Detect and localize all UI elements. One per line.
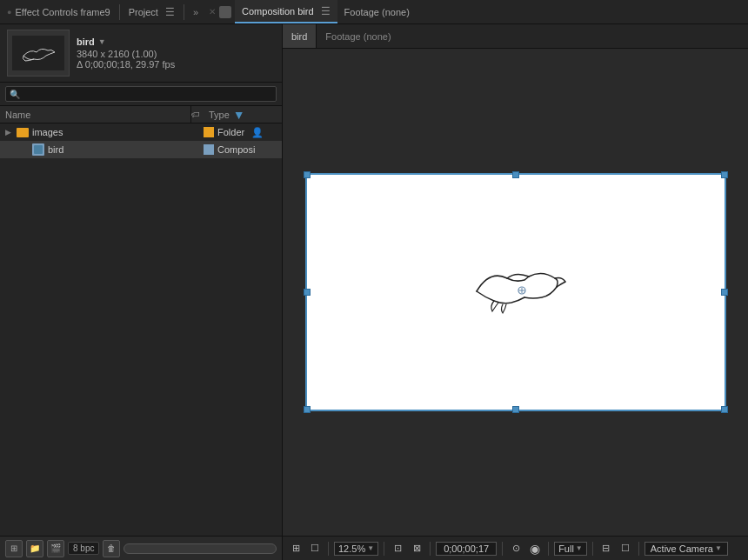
col-type-label: Type: [209, 110, 230, 120]
tab-expand[interactable]: »: [186, 0, 205, 23]
bird-thumbnail: [7, 30, 70, 77]
footage-none-label: Footage (none): [344, 7, 410, 17]
bird-info-text: bird ▼ 3840 x 2160 (1.00) Δ 0;00;00;18, …: [77, 37, 175, 70]
project-label: Project: [129, 7, 158, 17]
search-bar: 🔍: [0, 83, 282, 106]
folder-button[interactable]: 📁: [26, 540, 43, 557]
comp-icon: [32, 143, 44, 156]
snap-button[interactable]: ⊞: [288, 540, 304, 557]
comp-type-icon: [204, 144, 214, 155]
user-icon: 👤: [251, 127, 264, 138]
zoom-value: 12.5%: [338, 543, 365, 554]
file-type-label-images: Folder: [217, 127, 244, 137]
file-type-label-bird: Composi: [217, 144, 255, 155]
col-name: Name: [0, 106, 191, 123]
tab-composition-bird[interactable]: Composition bird ☰: [235, 0, 337, 23]
scroll-bar[interactable]: [124, 543, 277, 554]
footage-tab[interactable]: Footage (none): [317, 24, 399, 48]
project-menu-icon[interactable]: ☰: [165, 6, 175, 18]
comp-tab-label: bird: [291, 31, 307, 42]
close-dot: ✕: [209, 7, 216, 17]
zoom-select[interactable]: 12.5% ▼: [334, 542, 378, 556]
lock-icon: [219, 6, 231, 18]
active-camera-label: Active Camera: [651, 543, 713, 554]
left-panel: bird ▼ 3840 x 2160 (1.00) Δ 0;00;00;18, …: [0, 24, 283, 560]
effect-controls-label: Effect Controls frame9: [15, 7, 110, 17]
tab-project[interactable]: Project ☰: [122, 0, 182, 23]
footage-button[interactable]: 🎬: [47, 540, 64, 557]
zoom-dropdown-arrow: ▼: [367, 544, 374, 552]
bird-dimensions: 3840 x 2160 (1.00): [77, 49, 175, 59]
panel-dot: ●: [7, 8, 11, 17]
toolbar-sep-3: [430, 542, 431, 556]
top-bar: ● Effect Controls frame9 Project ☰ » ✕ C…: [0, 0, 748, 24]
comp-menu-icon[interactable]: ☰: [321, 5, 331, 17]
tab-effect-controls[interactable]: ● Effect Controls frame9: [0, 0, 117, 23]
timecode-display[interactable]: 0;00;00;17: [436, 542, 497, 556]
comp-tab-bird[interactable]: bird: [283, 24, 317, 48]
handle-bottom-mid[interactable]: [512, 406, 519, 413]
search-input[interactable]: [5, 86, 277, 102]
comp-view[interactable]: [283, 49, 748, 536]
color-button[interactable]: ◉: [527, 540, 543, 557]
monitor2-button[interactable]: ☐: [618, 540, 633, 557]
bird-dropdown-arrow[interactable]: ▼: [98, 37, 106, 46]
footage-tab-label: Footage (none): [325, 31, 391, 42]
toolbar-sep-6: [592, 542, 593, 556]
handle-mid-right[interactable]: [721, 289, 728, 296]
file-type-images: Folder 👤: [204, 127, 282, 138]
bird-sketch-container: [459, 252, 572, 332]
toolbar-sep-4: [502, 542, 503, 556]
folder-type-icon: [204, 127, 214, 137]
bird-thumb-svg: [15, 37, 63, 70]
bpc-label[interactable]: 8 bpc: [68, 542, 99, 555]
handle-top-mid[interactable]: [512, 171, 519, 178]
list-item[interactable]: ▶ bird Composi: [0, 141, 282, 158]
bird-name: bird ▼: [77, 37, 175, 47]
file-row-name-bird: ▶ bird: [5, 143, 204, 156]
sort-icon: ▼: [233, 108, 245, 122]
monitor-button[interactable]: ☐: [307, 540, 323, 557]
file-row-name-images: ▶ images: [5, 127, 204, 137]
list-item[interactable]: ▶ images Folder 👤: [0, 123, 282, 141]
comp-icon-inner: [34, 145, 43, 154]
toolbar-sep-5: [548, 542, 549, 556]
file-list: ▶ images Folder 👤 ▶ bird: [0, 123, 282, 536]
delete-button[interactable]: 🗑: [103, 540, 120, 557]
search-icon: 🔍: [10, 90, 20, 99]
handle-top-left[interactable]: [304, 171, 311, 178]
fit-button[interactable]: ⊠: [409, 540, 424, 557]
tab-footage-none[interactable]: Footage (none): [337, 0, 417, 23]
quality-select[interactable]: Full ▼: [554, 542, 587, 556]
new-comp-button[interactable]: ⊞: [5, 540, 23, 557]
search-wrap: 🔍: [5, 86, 277, 102]
right-panel: bird Footage (none): [283, 24, 748, 560]
bird-name-text: bird: [77, 37, 95, 47]
handle-top-right[interactable]: [721, 171, 728, 178]
toolbar-sep-1: [328, 542, 329, 556]
handle-mid-left[interactable]: [304, 289, 311, 296]
col-type: Type ▼: [204, 106, 282, 123]
toolbar-sep-2: [384, 542, 384, 556]
comp-tab-bar: bird Footage (none): [283, 24, 748, 49]
active-camera-select[interactable]: Active Camera ▼: [644, 542, 728, 556]
camera-snapshot-button[interactable]: ⊙: [508, 540, 524, 557]
bird-duration: Δ 0;00;00;18, 29.97 fps: [77, 59, 175, 70]
toolbar-sep-7: [638, 542, 639, 556]
grid-button[interactable]: ⊟: [598, 540, 614, 557]
resize-button[interactable]: ⊡: [390, 540, 405, 557]
comp-toolbar: ⊞ ☐ 12.5% ▼ ⊡ ⊠ 0;00;00;17 ⊙ ◉ Full ▼ ⊟ …: [283, 536, 748, 560]
handle-bottom-right[interactable]: [721, 406, 728, 413]
expand-arrow-images[interactable]: ▶: [5, 128, 11, 137]
camera-dropdown-arrow: ▼: [715, 544, 722, 552]
tag-icon: 🏷: [191, 110, 200, 119]
file-name-images: images: [32, 127, 63, 137]
left-bottom-toolbar: ⊞ 📁 🎬 8 bpc 🗑: [0, 536, 282, 560]
quality-dropdown-arrow: ▼: [576, 544, 583, 552]
bird-thumb-inner: [12, 36, 64, 70]
file-type-bird: Composi: [204, 144, 282, 155]
composition-bird-label: Composition bird: [242, 6, 314, 17]
tab-separator: [119, 4, 120, 20]
handle-bottom-left[interactable]: [304, 406, 311, 413]
right-tabs: ✕ Composition bird ☰ Footage (none): [209, 0, 417, 23]
